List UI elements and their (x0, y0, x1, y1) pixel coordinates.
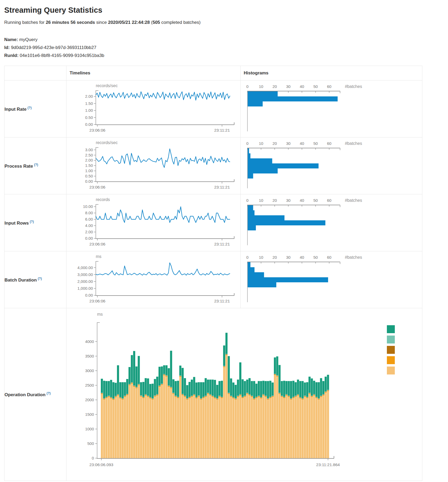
batch-duration-histogram-chart: 0102030405060#batches (242, 253, 422, 306)
legend-swatch-0 (387, 325, 395, 333)
svg-text:2.00: 2.00 (85, 158, 93, 163)
svg-text:records/sec: records/sec (96, 83, 118, 88)
svg-text:10: 10 (259, 198, 263, 203)
query-id-row: Id: 9d0dd219-995d-423e-b97d-36931110bb27 (4, 44, 448, 52)
svg-text:#batches: #batches (345, 198, 362, 203)
input-rows-histogram-cell: 0102030405060#batches (241, 194, 422, 251)
svg-text:50: 50 (313, 84, 318, 89)
svg-text:60: 60 (327, 198, 332, 203)
svg-text:30: 30 (286, 84, 291, 89)
process-rate-label-cell: Process Rate(?) (4, 137, 66, 194)
page: Streaming Query Statistics Running batch… (0, 0, 448, 482)
legend-swatch-4 (387, 367, 395, 374)
svg-text:0.00: 0.00 (85, 122, 93, 127)
svg-text:30: 30 (286, 255, 291, 260)
svg-text:0: 0 (246, 255, 248, 260)
input-rows-timeline-cell: records0.002.004.006.008.0010.0023:06:06… (66, 194, 241, 251)
batch-duration-row: Batch Duration(?) ms0.001,000.002,000.00… (4, 251, 422, 308)
name-label: Name: (4, 37, 18, 42)
svg-text:23:06:06: 23:06:06 (89, 242, 105, 246)
operation-duration-label: Operation Duration (4, 392, 46, 397)
legend-swatch-1 (387, 336, 395, 343)
svg-text:#batches: #batches (345, 84, 362, 89)
input-rate-help-icon[interactable]: (?) (28, 106, 31, 110)
input-rate-timeline-cell: records/sec0.000.501.001.502.0023:06:062… (66, 81, 241, 137)
svg-text:3500: 3500 (85, 354, 94, 358)
batches-close-text: completed batches) (160, 20, 201, 25)
svg-text:20: 20 (273, 255, 277, 260)
operation-duration-chart-cell: ms0500100015002000250030003500400023:06:… (66, 308, 422, 481)
svg-text:23:11:21.864: 23:11:21.864 (316, 462, 340, 467)
svg-text:6.00: 6.00 (85, 217, 93, 221)
input-rows-row: Input Rows(?) records0.002.004.006.008.0… (4, 194, 422, 251)
legend-swatch-3 (387, 356, 395, 364)
timelines-header: Timelines (66, 66, 241, 81)
process-rate-label: Process Rate (4, 164, 33, 169)
svg-text:23:11:21: 23:11:21 (214, 299, 230, 303)
process-rate-histogram-cell: 0102030405060#batches (241, 137, 422, 194)
svg-text:0.50: 0.50 (85, 115, 93, 120)
input-rate-histogram-cell: 0102030405060#batches (241, 81, 422, 137)
query-runid-row: RunId: 04e101e6-8bf8-4165-9099-9104c951b… (4, 52, 448, 60)
svg-text:23:06:06: 23:06:06 (89, 185, 105, 189)
svg-text:0.00: 0.00 (85, 236, 93, 240)
svg-text:60: 60 (327, 84, 332, 89)
runid-label: RunId: (4, 53, 19, 58)
operation-duration-row: Operation Duration(?) ms0500100015002000… (4, 308, 422, 481)
completed-batches-count: 505 (152, 20, 160, 25)
svg-text:3000: 3000 (85, 368, 94, 373)
runid-value: 04e101e6-8bf8-4165-9099-9104c951ba3b (20, 53, 105, 58)
svg-text:2.50: 2.50 (85, 153, 93, 157)
svg-text:records/sec: records/sec (96, 140, 118, 145)
process-rate-help-icon[interactable]: (?) (34, 163, 38, 167)
svg-text:4,000.00: 4,000.00 (78, 265, 93, 270)
svg-text:2,000.00: 2,000.00 (78, 279, 93, 284)
svg-text:23:06:06: 23:06:06 (89, 128, 105, 132)
query-meta: Name: myQuery Id: 9d0dd219-995d-423e-b97… (4, 36, 448, 59)
svg-text:2500: 2500 (85, 383, 94, 387)
input-rows-histogram-chart: 0102030405060#batches (242, 196, 422, 249)
svg-text:10.00: 10.00 (83, 204, 93, 209)
batch-duration-timeline-cell: ms0.001,000.002,000.003,000.004,000.0023… (66, 251, 241, 308)
svg-text:1.00: 1.00 (85, 108, 93, 113)
svg-text:10: 10 (259, 84, 263, 89)
histograms-header: Histograms (241, 66, 422, 81)
svg-text:2.00: 2.00 (85, 230, 93, 234)
svg-text:4000: 4000 (85, 339, 94, 344)
svg-text:4.00: 4.00 (85, 223, 93, 228)
svg-text:23:11:21: 23:11:21 (214, 185, 230, 189)
svg-text:10: 10 (259, 255, 263, 260)
id-label: Id: (4, 45, 10, 50)
svg-text:#batches: #batches (345, 255, 362, 260)
svg-text:23:11:21: 23:11:21 (214, 242, 230, 246)
process-rate-timeline-cell: records/sec0.000.501.001.502.002.503.002… (66, 137, 241, 194)
process-rate-row: Process Rate(?) records/sec0.000.501.001… (4, 137, 422, 194)
svg-text:0: 0 (246, 84, 248, 89)
batch-duration-label-cell: Batch Duration(?) (4, 251, 66, 308)
svg-text:50: 50 (313, 141, 318, 146)
svg-text:1000: 1000 (85, 427, 94, 431)
svg-text:0.00: 0.00 (85, 293, 93, 297)
statistics-table: Timelines Histograms Input Rate(?) recor… (4, 66, 422, 481)
svg-text:23:11:21: 23:11:21 (214, 128, 230, 132)
operation-duration-help-icon[interactable]: (?) (47, 391, 51, 395)
batch-duration-timeline-chart: ms0.001,000.002,000.003,000.004,000.0023… (68, 253, 240, 306)
svg-text:1500: 1500 (85, 412, 94, 417)
svg-text:50: 50 (313, 198, 318, 203)
svg-text:40: 40 (300, 198, 304, 203)
input-rows-help-icon[interactable]: (?) (30, 220, 34, 224)
input-rows-label: Input Rows (4, 221, 29, 226)
id-value: 9d0dd219-995d-423e-b97d-36931110bb27 (11, 45, 97, 50)
query-name-row: Name: myQuery (4, 36, 448, 44)
svg-text:10: 10 (259, 141, 263, 146)
svg-text:23:06:06.093: 23:06:06.093 (89, 462, 114, 467)
svg-text:ms: ms (96, 254, 101, 259)
batch-duration-help-icon[interactable]: (?) (38, 277, 42, 280)
svg-text:500: 500 (87, 441, 94, 446)
name-value: myQuery (19, 37, 38, 42)
svg-text:60: 60 (327, 141, 332, 146)
svg-text:#batches: #batches (345, 141, 362, 146)
process-rate-histogram-chart: 0102030405060#batches (242, 139, 422, 192)
svg-text:1.50: 1.50 (85, 163, 93, 168)
svg-text:40: 40 (300, 255, 304, 260)
